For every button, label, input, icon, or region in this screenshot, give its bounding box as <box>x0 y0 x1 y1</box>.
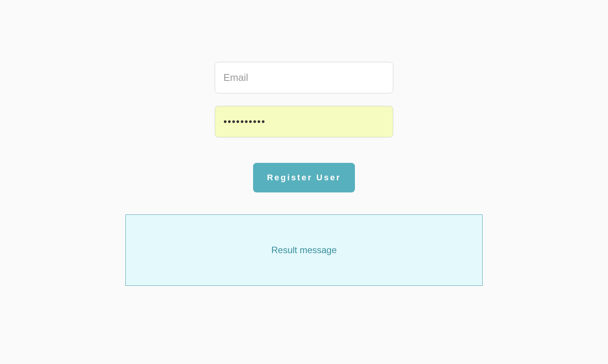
result-message-text: Result message <box>271 245 337 255</box>
register-form-container: Register User Result message <box>0 0 608 286</box>
result-message-box: Result message <box>125 214 483 286</box>
email-field[interactable] <box>215 62 393 93</box>
register-user-button[interactable]: Register User <box>253 163 355 192</box>
password-field[interactable] <box>215 106 393 137</box>
